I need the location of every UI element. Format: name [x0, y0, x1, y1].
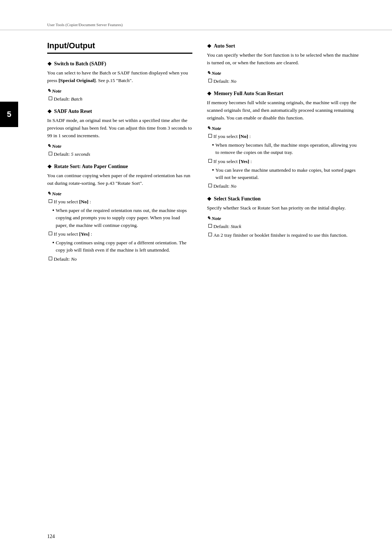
checkbox-icon-10	[208, 224, 212, 228]
header-text: User Tools (Copier/Document Server Featu…	[47, 23, 123, 27]
switch-to-batch-note-1: Default: Batch	[49, 95, 192, 103]
auto-sort-section: ❖ Auto Sort You can specify whether the …	[207, 43, 359, 85]
bullet-icon-4: •	[212, 167, 214, 174]
checkbox-icon-3	[49, 199, 52, 203]
auto-sort-note-heading: ✎ Note	[207, 70, 359, 76]
bullet-icon-2: •	[52, 239, 54, 246]
switch-to-batch-note-heading: ✎ Note	[47, 88, 192, 94]
diamond-icon-6: ❖	[207, 196, 212, 202]
auto-sort-default: Default: No	[208, 78, 359, 85]
auto-sort-heading: ❖ Auto Sort	[207, 43, 359, 49]
checkbox-icon-11	[208, 233, 212, 236]
rotate-sort-no-item: If you select [No] :	[49, 198, 192, 205]
tab-number: 5	[7, 110, 11, 119]
switch-to-batch-body: You can select to have the Batch or SADF…	[47, 69, 192, 85]
memory-full-section: ❖ Memory Full Auto Scan Restart If memor…	[207, 91, 359, 190]
sadf-auto-reset-section: ❖ SADF Auto Reset In SADF mode, an origi…	[47, 109, 192, 158]
checkbox-icon	[49, 97, 52, 100]
page-number: 124	[47, 534, 55, 539]
diamond-icon-5: ❖	[207, 91, 212, 97]
checkbox-icon-7	[208, 134, 212, 138]
memory-full-yes-bullet: • You can leave the machine unattended t…	[212, 167, 359, 182]
rotate-sort-heading: ❖ Rotate Sort: Auto Paper Continue	[47, 164, 192, 170]
switch-to-batch-heading: ❖ Switch to Batch (SADF)	[47, 61, 192, 67]
main-content: Input/Output ❖ Switch to Batch (SADF) Yo…	[0, 37, 392, 264]
diamond-icon-2: ❖	[47, 109, 52, 115]
diamond-icon: ❖	[47, 61, 52, 67]
checkbox-icon-5	[49, 257, 52, 260]
note-pencil-icon-4: ✎	[207, 70, 211, 76]
memory-full-default: Default: No	[208, 183, 359, 190]
sadf-auto-reset-body: In SADF mode, an original must be set wi…	[47, 117, 192, 140]
rotate-sort-body: You can continue copying when paper of t…	[47, 172, 192, 187]
left-column: Input/Output ❖ Switch to Batch (SADF) Yo…	[47, 37, 203, 264]
select-stack-note-2: An 2 tray finisher or booklet finisher i…	[208, 232, 359, 239]
checkbox-icon-8	[208, 159, 212, 163]
checkbox-icon-2	[49, 152, 52, 155]
sadf-note-1: Default: 5 seconds	[49, 151, 192, 158]
memory-full-body: If memory becomes full while scanning or…	[207, 99, 359, 122]
rotate-sort-section: ❖ Rotate Sort: Auto Paper Continue You c…	[47, 164, 192, 263]
rotate-sort-note-heading: ✎ Note	[47, 191, 192, 197]
tab-marker: 5	[0, 102, 18, 127]
bullet-icon-3: •	[212, 142, 214, 148]
diamond-icon-3: ❖	[47, 164, 52, 170]
rotate-sort-no-bullet: • When paper of the required orientation…	[52, 207, 192, 229]
memory-full-heading: ❖ Memory Full Auto Scan Restart	[207, 91, 359, 97]
checkbox-icon-4	[49, 232, 52, 235]
rotate-sort-default: Default: No	[49, 256, 192, 263]
memory-full-yes-item: If you select [Yes] :	[208, 158, 359, 165]
section-title: Input/Output	[47, 41, 192, 54]
rotate-sort-yes-bullet: • Copying continues using copy paper of …	[52, 239, 192, 254]
sadf-auto-reset-heading: ❖ SADF Auto Reset	[47, 109, 192, 115]
checkbox-icon-9	[208, 184, 212, 187]
note-pencil-icon-6: ✎	[207, 216, 211, 221]
note-pencil-icon-3: ✎	[47, 191, 51, 196]
memory-full-no-bullet: • When memory becomes full, the machine …	[212, 142, 359, 156]
page: 5 User Tools (Copier/Document Server Fea…	[0, 0, 392, 554]
select-stack-heading: ❖ Select Stack Function	[207, 196, 359, 202]
note-pencil-icon: ✎	[47, 88, 51, 94]
memory-full-no-item: If you select [No] :	[208, 133, 359, 140]
switch-to-batch-section: ❖ Switch to Batch (SADF) You can select …	[47, 61, 192, 103]
checkbox-icon-6	[208, 79, 212, 82]
right-column: ❖ Auto Sort You can specify whether the …	[203, 37, 359, 264]
sadf-note-heading: ✎ Note	[47, 143, 192, 149]
auto-sort-body: You can specify whether the Sort functio…	[207, 52, 359, 67]
note-pencil-icon-2: ✎	[47, 143, 51, 149]
bullet-icon: •	[52, 207, 54, 214]
memory-full-note-heading: ✎ Note	[207, 126, 359, 131]
note-pencil-icon-5: ✎	[207, 126, 211, 131]
page-header: User Tools (Copier/Document Server Featu…	[0, 22, 392, 30]
rotate-sort-yes-item: If you select [Yes] :	[49, 231, 192, 238]
select-stack-body: Specify whether Stack or Rotate Sort has…	[207, 204, 359, 212]
select-stack-default: Default: Stack	[208, 223, 359, 230]
select-stack-section: ❖ Select Stack Function Specify whether …	[207, 196, 359, 239]
select-stack-note-heading: ✎ Note	[207, 216, 359, 221]
diamond-icon-4: ❖	[207, 43, 212, 49]
